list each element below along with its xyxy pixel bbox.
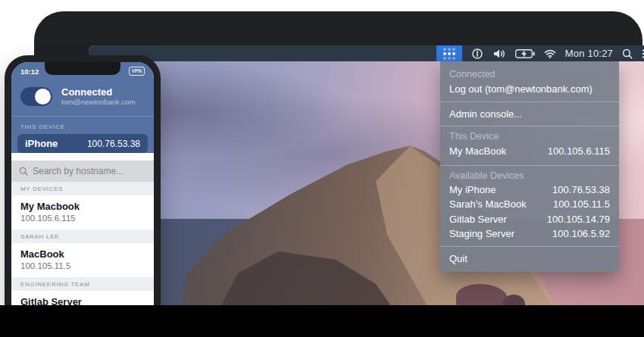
device-ip: 100.105.6.115: [20, 213, 145, 223]
tailscale-dropdown-menu: Connected Log out (tom@newtonbank.com) A…: [440, 61, 619, 272]
quit-menu-item[interactable]: Quit: [440, 247, 619, 272]
device-list: MY DEVICES My Macbook 100.105.6.115 SARA…: [11, 182, 154, 325]
battery-charging-icon: [515, 49, 535, 58]
this-device-label: THIS DEVICE: [11, 117, 154, 134]
this-device-row[interactable]: iPhone 100.76.53.38: [17, 134, 148, 153]
toggle-knob: [35, 89, 51, 105]
volume-menu-button[interactable]: [492, 45, 506, 61]
power-icon: [471, 48, 483, 60]
connection-account: tom@newtonbank.com: [61, 98, 135, 107]
menu-bar: Mon 10:27: [89, 45, 644, 61]
iphone-screen: 10:12 VPN Connected tom@newtonbank.com T…: [11, 62, 154, 337]
device-name: Staging Server: [449, 227, 514, 241]
search-icon: [622, 48, 633, 59]
wifi-menu-button[interactable]: [544, 45, 556, 61]
admin-console-menu-item[interactable]: Admin console...: [440, 102, 619, 126]
spotlight-menu-button[interactable]: [622, 45, 633, 61]
device-name: MacBook: [20, 248, 145, 261]
device-ip: 100.76.53.38: [87, 139, 140, 149]
device-row[interactable]: My Macbook 100.105.6.115: [11, 195, 154, 229]
connection-toggle-row: Connected tom@newtonbank.com: [11, 77, 154, 116]
vpn-toggle[interactable]: [20, 87, 52, 106]
search-input[interactable]: Search by hostname...: [11, 161, 154, 182]
device-row[interactable]: My iPhone 100.76.53.38: [440, 183, 619, 198]
device-ip: 100.105.6.115: [548, 145, 610, 158]
list-section-header: SARAH LEE: [11, 229, 154, 243]
device-ip: 100.106.5.92: [552, 227, 610, 241]
macbook-screen: Mon 10:27: [89, 45, 644, 317]
search-placeholder: Search by hostname...: [33, 166, 123, 176]
vpn-badge: VPN: [129, 67, 145, 76]
device-ip: 100.105.14.79: [547, 213, 610, 226]
device-name: Gitlab Server: [449, 213, 507, 226]
search-icon: [19, 167, 28, 176]
bottom-crop-bar: [0, 305, 644, 337]
phone-app-header: 10:12 VPN Connected tom@newtonbank.com T…: [11, 62, 154, 153]
device-name: My MacBook: [449, 145, 506, 158]
logout-menu-item[interactable]: Log out (tom@newtonbank.com): [440, 81, 619, 101]
iphone-notch: [45, 62, 120, 75]
connection-info: Connected tom@newtonbank.com: [61, 86, 135, 107]
device-ip: 100.105.11.5: [20, 261, 145, 271]
device-name: iPhone: [25, 138, 58, 149]
status-time: 10:12: [20, 67, 39, 76]
list-section-header: MY DEVICES: [11, 182, 154, 195]
this-device-header: This Device: [440, 126, 619, 143]
volume-icon: [492, 48, 506, 59]
tailscale-menu-button[interactable]: [436, 45, 462, 61]
connection-status: Connected: [61, 86, 135, 98]
iphone-frame: 10:12 VPN Connected tom@newtonbank.com T…: [5, 55, 161, 337]
this-device-row[interactable]: My MacBook 100.105.6.115: [440, 143, 619, 165]
device-ip: 100.105.11.5: [553, 198, 610, 211]
menu-bar-clock[interactable]: Mon 10:27: [565, 45, 613, 61]
device-row[interactable]: Gitlab Server 100.105.14.79: [440, 212, 619, 227]
device-name: Sarah’s MacBook: [449, 198, 527, 211]
power-menu-button[interactable]: [471, 45, 483, 61]
device-ip: 100.76.53.38: [552, 183, 610, 197]
dropdown-status-header: Connected: [440, 64, 619, 81]
available-devices-header: Available Devices: [440, 166, 619, 183]
tailscale-grid-icon: [443, 48, 455, 60]
device-row[interactable]: Staging Server 100.106.5.92: [440, 226, 619, 246]
battery-menu-button[interactable]: [515, 45, 535, 61]
device-row[interactable]: Sarah’s MacBook 100.105.11.5: [440, 197, 619, 212]
list-section-header: ENGINEERING TEAM: [11, 277, 154, 291]
device-row[interactable]: MacBook 100.105.11.5: [11, 243, 154, 277]
device-name: My Macbook: [20, 201, 145, 213]
device-name: My iPhone: [449, 183, 496, 197]
stage: Mon 10:27: [0, 0, 644, 337]
wifi-icon: [544, 49, 556, 58]
